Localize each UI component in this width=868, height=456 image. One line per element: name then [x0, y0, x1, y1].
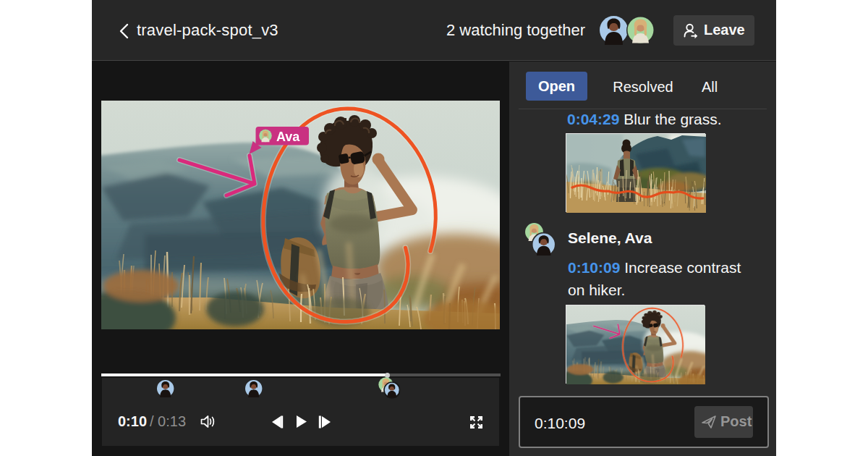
svg-text:Ava: Ava [276, 130, 300, 144]
